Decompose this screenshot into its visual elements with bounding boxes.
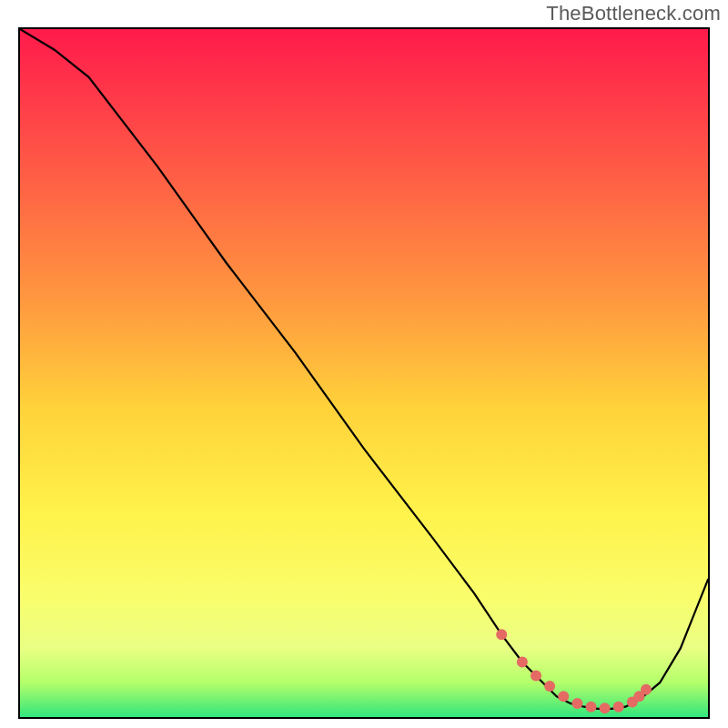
watermark-text: TheBottleneck.com [546,2,721,25]
bottleneck-curve [20,29,708,709]
marker-dot [517,657,528,668]
marker-dot [641,684,652,695]
marker-dot [586,702,597,713]
curve-layer [20,29,708,717]
marker-dot [600,703,611,713]
marker-dot [531,671,541,682]
marker-dot [571,698,582,709]
marker-dot [613,702,624,713]
optimal-range-dots [496,629,652,713]
marker-dot [544,681,555,692]
marker-dot [558,691,569,702]
marker-dot [496,629,507,640]
plot-area [18,27,710,719]
chart-container: TheBottleneck.com [0,0,728,728]
